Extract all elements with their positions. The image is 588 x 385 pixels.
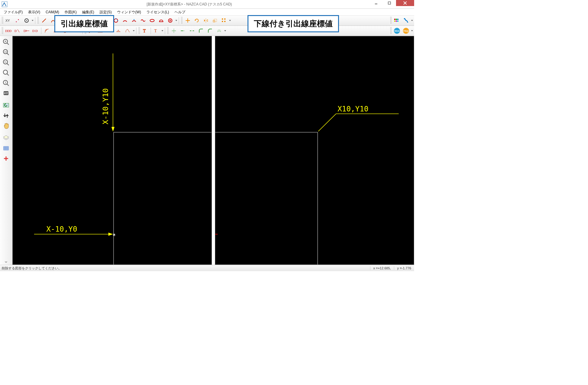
run-button[interactable]: [401, 16, 411, 25]
svg-point-9: [26, 20, 27, 21]
menu-settings[interactable]: 設定(S): [97, 9, 114, 15]
grid-button[interactable]: [1, 143, 11, 153]
svg-text:T: T: [143, 29, 146, 33]
svg-line-75: [7, 53, 9, 55]
menu-draw[interactable]: 作図(K): [62, 9, 79, 15]
arc-3pt-button[interactable]: [129, 16, 139, 25]
palette-button[interactable]: [392, 16, 401, 25]
coord-label-bottom: X-10,Y0: [46, 225, 77, 233]
swap-button[interactable]: [1, 111, 11, 120]
toolbar-grip[interactable]: [138, 27, 140, 34]
svg-text:x2: x2: [4, 50, 7, 53]
weld-symbol-button[interactable]: [114, 27, 123, 35]
ellipse-button[interactable]: [148, 16, 157, 25]
wave-button[interactable]: [139, 16, 148, 25]
arc-center-button[interactable]: [120, 16, 129, 25]
add-button[interactable]: [1, 154, 11, 163]
side-expand-icon[interactable]: [0, 261, 12, 264]
surface-finish-button[interactable]: [123, 27, 132, 35]
hatch-1-button[interactable]: [42, 27, 51, 35]
half-circle-button[interactable]: [157, 16, 166, 25]
svg-point-6: [16, 21, 17, 22]
app-icon: [1, 1, 8, 8]
toolbar-grip[interactable]: [390, 27, 392, 34]
svg-text:D: D: [32, 29, 35, 33]
maximize-button[interactable]: [383, 0, 396, 6]
toolbar-dropdown[interactable]: [132, 30, 135, 32]
undo-view-button[interactable]: [1, 101, 11, 110]
svg-line-71: [7, 43, 9, 45]
layers-button[interactable]: [1, 133, 11, 143]
titlebar: [新規作成]<XY座標系> - NAZCA CAD (ナスカ5 CAD): [0, 0, 414, 9]
dim-linear-button[interactable]: DDD: [4, 27, 13, 35]
menu-license[interactable]: ライセンス(L): [144, 9, 171, 15]
svg-rect-30: [397, 19, 398, 20]
toolbar-dropdown[interactable]: [161, 30, 164, 32]
toolbar-grip[interactable]: [1, 17, 3, 24]
dim-horizontal-button[interactable]: D: [22, 27, 31, 35]
toolbar-grip[interactable]: [1, 27, 3, 34]
toolbar-dropdown[interactable]: [228, 19, 232, 22]
web-button[interactable]: Web: [392, 27, 401, 35]
menu-window[interactable]: ウィンドウ(W): [115, 9, 143, 15]
toolbar-grip[interactable]: [37, 17, 39, 24]
point-snap-button[interactable]: [13, 16, 22, 25]
canvas-divider: [212, 36, 215, 265]
array-button[interactable]: [219, 16, 228, 25]
break-button[interactable]: [187, 27, 197, 35]
target-button[interactable]: [22, 16, 31, 25]
toolbar-dropdown[interactable]: [31, 19, 34, 22]
chamfer-button[interactable]: [206, 27, 215, 35]
rotate-button[interactable]: [192, 16, 201, 25]
zoom-fit-button[interactable]: FIT: [1, 88, 11, 98]
toolbar-dropdown[interactable]: [175, 19, 178, 22]
window-title: [新規作成]<XY座標系> - NAZCA CAD (ナスカ5 CAD): [9, 2, 369, 7]
toolbar-dropdown[interactable]: [411, 30, 414, 32]
svg-rect-29: [396, 19, 397, 20]
toolbar-dropdown[interactable]: [411, 19, 414, 22]
callout-right: 下線付き引出線座標値: [248, 15, 339, 32]
menu-view[interactable]: 表示(V): [26, 9, 43, 15]
minimize-button[interactable]: [369, 0, 383, 6]
menu-help[interactable]: ヘルプ: [172, 9, 188, 15]
zoom-x2-button[interactable]: x2: [1, 47, 11, 57]
zoom-button[interactable]: [1, 68, 11, 78]
move-button[interactable]: [183, 16, 192, 25]
fillet-button[interactable]: [197, 27, 206, 35]
zoom-1-button[interactable]: 1: [1, 78, 11, 88]
menubar: ファイル(F) 表示(V) CAM(M) 作図(K) 編集(E) 設定(S) ウ…: [0, 9, 414, 15]
svg-text:T: T: [154, 29, 157, 33]
trim-button[interactable]: [169, 27, 178, 35]
pan-button[interactable]: [1, 121, 11, 131]
close-button[interactable]: [396, 0, 414, 6]
scale-button[interactable]: [210, 16, 219, 25]
canvas-left[interactable]: X-10,Y10 X-10,Y0 ✶: [12, 36, 212, 265]
menu-edit[interactable]: 編集(E): [80, 9, 97, 15]
toolbar-grip[interactable]: [167, 27, 169, 34]
dim-double-button[interactable]: DD: [31, 27, 40, 35]
faq-button[interactable]: FAQ: [401, 27, 411, 35]
zoom-half-button[interactable]: ½: [1, 58, 11, 67]
offset-button[interactable]: [215, 27, 224, 35]
donut-button[interactable]: [166, 16, 175, 25]
menu-cam[interactable]: CAM(M): [43, 10, 62, 14]
text-fill-button[interactable]: T: [152, 27, 161, 35]
zoom-in-button[interactable]: [1, 37, 11, 47]
svg-point-80: [3, 70, 8, 74]
toolbar-grip[interactable]: [390, 17, 392, 24]
menu-file[interactable]: ファイル(F): [1, 9, 25, 15]
xy-mode-button[interactable]: XY: [4, 16, 13, 25]
canvas-right[interactable]: X10,Y10: [215, 36, 414, 265]
svg-text:Web: Web: [395, 30, 400, 32]
text-outline-button[interactable]: T: [141, 27, 150, 35]
window-buttons: [369, 0, 414, 8]
line-tool-button[interactable]: [40, 16, 49, 25]
dim-aligned-button[interactable]: D: [13, 27, 22, 35]
svg-rect-33: [397, 21, 398, 22]
mirror-button[interactable]: [201, 16, 210, 25]
toolbar-dropdown[interactable]: [224, 30, 227, 32]
svg-rect-28: [394, 19, 395, 20]
extend-button[interactable]: [178, 27, 187, 35]
canvas-area: X-10,Y10 X-10,Y0 ✶: [12, 36, 414, 265]
toolbar-grip[interactable]: [181, 17, 183, 24]
